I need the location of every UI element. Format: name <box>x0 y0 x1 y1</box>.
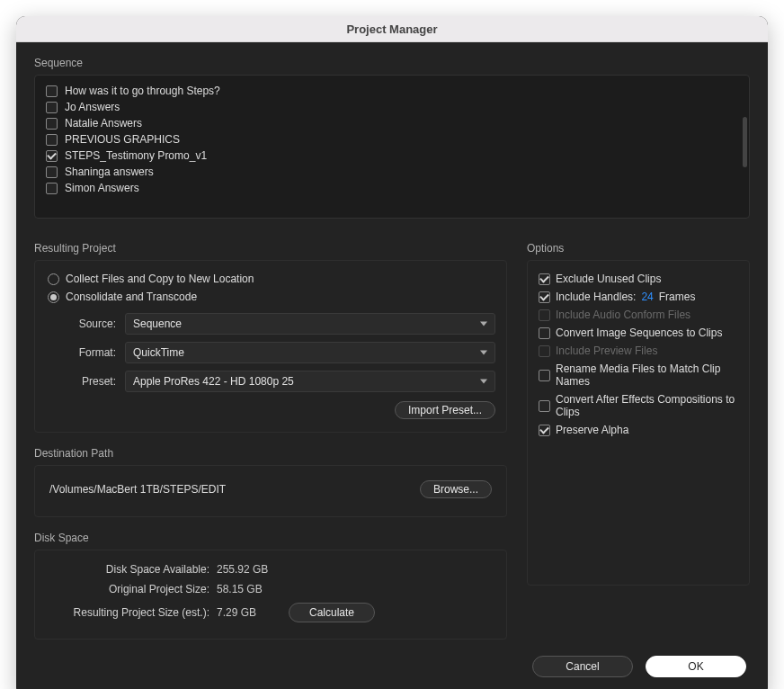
checkbox-icon <box>539 345 550 357</box>
format-label: Format: <box>46 346 125 359</box>
option-label: Include Preview Files <box>556 344 657 357</box>
sequence-item-label: How was it to go through Steps? <box>65 85 220 97</box>
option-label: Include Handles: <box>556 291 636 303</box>
destination-path-label: Destination Path <box>34 447 507 460</box>
checkbox-icon[interactable] <box>46 85 58 97</box>
radio-label: Consolidate and Transcode <box>66 291 197 303</box>
disk-orig-value: 58.15 GB <box>217 583 263 595</box>
sequence-item[interactable]: How was it to go through Steps? <box>44 83 740 99</box>
checkbox-icon[interactable] <box>46 183 58 194</box>
disk-avail-value: 255.92 GB <box>217 563 268 576</box>
sequence-item[interactable]: STEPS_Testimony Promo_v1 <box>44 148 740 164</box>
sequence-item[interactable]: Natalie Answers <box>44 115 740 131</box>
source-label: Source: <box>46 318 125 330</box>
import-preset-button[interactable]: Import Preset... <box>395 401 495 419</box>
checkbox-icon[interactable] <box>539 273 550 285</box>
handles-frames-value[interactable]: 24 <box>641 291 653 303</box>
checkbox-icon[interactable] <box>539 370 550 381</box>
disk-est-value: 7.29 GB <box>217 606 280 619</box>
checkbox-icon[interactable] <box>539 291 550 303</box>
sequence-item[interactable]: PREVIOUS GRAPHICS <box>44 131 740 148</box>
sequence-item[interactable]: Simon Answers <box>44 180 740 196</box>
sequence-item-label: Simon Answers <box>65 182 139 194</box>
disk-est-label: Resulting Project Size (est.): <box>46 606 217 619</box>
destination-path-group: /Volumes/MacBert 1TB/STEPS/EDIT Browse..… <box>34 465 507 517</box>
calculate-button[interactable]: Calculate <box>289 603 375 622</box>
checkbox-icon[interactable] <box>46 166 58 178</box>
option-preview: Include Preview Files <box>539 342 738 360</box>
disk-space-group: Disk Space Available: 255.92 GB Original… <box>34 550 507 640</box>
chevron-down-icon <box>480 380 487 384</box>
option-label: Preserve Alpha <box>556 424 628 436</box>
checkbox-icon[interactable] <box>46 102 58 113</box>
browse-button[interactable]: Browse... <box>420 480 492 498</box>
option-ae[interactable]: Convert After Effects Compositions to Cl… <box>539 390 738 421</box>
radio-icon <box>48 273 59 285</box>
radio-label: Collect Files and Copy to New Location <box>66 273 254 285</box>
dialog-footer: Cancel OK <box>34 640 750 679</box>
radio-collect-files[interactable]: Collect Files and Copy to New Location <box>46 270 495 288</box>
sequence-panel: How was it to go through Steps?Jo Answer… <box>34 75 750 219</box>
project-manager-dialog: Project Manager Sequence How was it to g… <box>16 16 768 689</box>
disk-avail-label: Disk Space Available: <box>46 563 217 576</box>
option-label: Exclude Unused Clips <box>556 273 661 285</box>
checkbox-icon <box>539 309 550 321</box>
sequence-label: Sequence <box>34 57 750 69</box>
ok-button[interactable]: OK <box>646 656 746 677</box>
checkbox-icon[interactable] <box>46 134 58 146</box>
destination-path-value: /Volumes/MacBert 1TB/STEPS/EDIT <box>49 483 226 496</box>
sequence-item[interactable]: Jo Answers <box>44 99 740 115</box>
option-label: Convert Image Sequences to Clips <box>556 327 722 339</box>
checkbox-icon[interactable] <box>46 150 58 162</box>
resulting-project-label: Resulting Project <box>34 242 507 255</box>
resulting-project-group: Collect Files and Copy to New Location C… <box>34 260 507 433</box>
chevron-down-icon <box>480 351 487 355</box>
option-convert_img[interactable]: Convert Image Sequences to Clips <box>539 324 738 342</box>
disk-orig-label: Original Project Size: <box>46 583 217 595</box>
sequence-item-label: Jo Answers <box>65 101 120 113</box>
radio-consolidate-transcode[interactable]: Consolidate and Transcode <box>46 288 495 306</box>
preset-value: Apple ProRes 422 - HD 1080p 25 <box>133 375 294 388</box>
source-select[interactable]: Sequence <box>125 313 495 335</box>
option-label: Convert After Effects Compositions to Cl… <box>556 393 738 418</box>
sequence-item-label: STEPS_Testimony Promo_v1 <box>65 149 207 162</box>
preset-label: Preset: <box>46 375 125 388</box>
dialog-title: Project Manager <box>16 16 768 42</box>
checkbox-icon[interactable] <box>46 118 58 130</box>
radio-icon <box>48 291 59 303</box>
checkbox-icon[interactable] <box>539 327 550 339</box>
checkbox-icon[interactable] <box>539 425 550 436</box>
scrollbar-thumb[interactable] <box>743 117 747 167</box>
option-handles[interactable]: Include Handles:24Frames <box>539 288 738 306</box>
cancel-button[interactable]: Cancel <box>532 656 633 677</box>
option-audio: Include Audio Conform Files <box>539 306 738 324</box>
checkbox-icon[interactable] <box>539 400 550 412</box>
source-value: Sequence <box>133 318 182 330</box>
preset-select[interactable]: Apple ProRes 422 - HD 1080p 25 <box>125 371 495 392</box>
option-exclude[interactable]: Exclude Unused Clips <box>539 270 738 288</box>
disk-space-label: Disk Space <box>34 532 507 544</box>
option-alpha[interactable]: Preserve Alpha <box>539 421 738 439</box>
option-label: Include Audio Conform Files <box>556 309 690 321</box>
options-group: Exclude Unused ClipsInclude Handles:24Fr… <box>527 260 750 586</box>
chevron-down-icon <box>480 322 487 327</box>
sequence-item[interactable]: Shaninga answers <box>44 164 740 180</box>
options-label: Options <box>527 242 750 255</box>
format-select[interactable]: QuickTime <box>125 342 495 363</box>
sequence-item-label: Natalie Answers <box>65 117 142 130</box>
option-rename[interactable]: Rename Media Files to Match Clip Names <box>539 360 738 390</box>
option-label: Rename Media Files to Match Clip Names <box>556 362 738 388</box>
sequence-item-label: PREVIOUS GRAPHICS <box>65 133 180 146</box>
sequence-item-label: Shaninga answers <box>65 166 154 178</box>
format-value: QuickTime <box>133 346 184 359</box>
handles-frames-suffix: Frames <box>659 291 696 303</box>
